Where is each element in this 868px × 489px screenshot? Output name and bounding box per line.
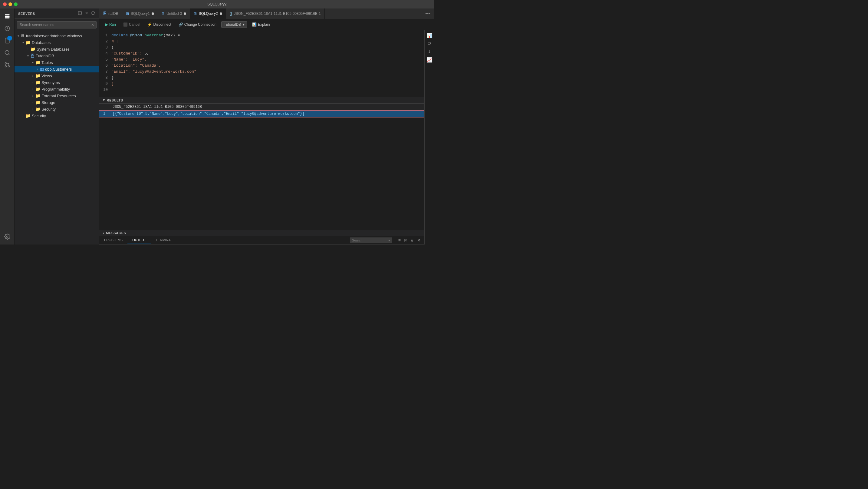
- tree-tables[interactable]: ▾ 📁 Tables: [14, 59, 99, 66]
- tree-storage[interactable]: › 📁 Storage: [14, 99, 99, 106]
- activity-search[interactable]: [2, 47, 13, 58]
- tab-untitled3[interactable]: ⊞ Untitled-3: [158, 8, 190, 19]
- copy-icon[interactable]: ⎘: [403, 237, 408, 243]
- tree-programmability[interactable]: › 📁 Programmability: [14, 86, 99, 92]
- close-button[interactable]: [3, 2, 7, 6]
- tree-system-databases[interactable]: › 📁 System Databases: [14, 46, 99, 52]
- sidebar-title: SERVERS: [18, 12, 35, 16]
- messages-tabs: PROBLEMS OUTPUT TERMINAL ▾: [99, 236, 424, 244]
- tab-problems[interactable]: PROBLEMS: [99, 236, 127, 244]
- system-db-label: System Databases: [37, 47, 70, 52]
- tree-security-server[interactable]: › 📁 Security: [14, 112, 99, 119]
- sidebar-toolbar: [78, 11, 95, 16]
- disconnect-button[interactable]: ⚡ Disconnect: [145, 22, 174, 28]
- databases-chevron-icon: ▾: [21, 41, 25, 44]
- security-server-chevron-icon: ›: [21, 114, 25, 118]
- minimize-button[interactable]: [8, 2, 12, 6]
- svg-point-8: [5, 66, 6, 67]
- tab-untitled3-dot: [184, 12, 186, 15]
- tab-terminal[interactable]: TERMINAL: [151, 236, 177, 244]
- filter-icon[interactable]: ≡: [397, 237, 402, 243]
- ext-chevron-icon: ›: [30, 94, 35, 97]
- close-panel-icon[interactable]: ✕: [416, 237, 422, 243]
- views-folder-icon: 📁: [35, 73, 40, 78]
- search-input[interactable]: [17, 21, 97, 28]
- change-connection-button[interactable]: 🔗 Change Connection: [176, 22, 219, 28]
- tree-dbo-customers[interactable]: › ▦ dbo.Customers: [14, 66, 99, 73]
- editor-toolbar: ▶ Run ⬛ Cancel ⚡ Disconnect 🔗 Change Con…: [99, 19, 434, 30]
- result-row[interactable]: 1 [{"CustomerID":5,"Name":"Lucy","Locati…: [99, 111, 424, 118]
- tutorialdb-chevron-icon: ▾: [25, 54, 30, 58]
- chart-bar-icon[interactable]: 📊: [427, 32, 433, 38]
- tab-json[interactable]: {} JSON_F52E2B61-18A1-11d1-B105-00805F49…: [226, 8, 325, 19]
- prog-folder-icon: 📁: [35, 87, 40, 91]
- activity-files[interactable]: 3: [2, 35, 13, 46]
- tab-untitled3-label: Untitled-3: [166, 11, 182, 16]
- tree-tutorialdb[interactable]: ▾ 🗄 TutorialDB: [14, 52, 99, 59]
- messages-chevron-icon: ›: [103, 231, 104, 235]
- search-clear-icon[interactable]: ✕: [91, 23, 94, 27]
- download-icon[interactable]: ⤓: [427, 49, 431, 55]
- messages-toolbar: ▾ ≡ ⎘ ∧ ✕: [347, 236, 424, 244]
- activity-git[interactable]: [2, 59, 13, 70]
- svg-rect-0: [5, 14, 9, 15]
- tab-rialdb[interactable]: 🗄 rialDB: [99, 8, 122, 19]
- activity-bar: 3: [0, 8, 14, 244]
- traffic-lights: [3, 2, 18, 6]
- connection-dropdown[interactable]: TutorialDB ▾: [221, 21, 247, 28]
- databases-label: Databases: [32, 40, 51, 45]
- explain-button[interactable]: 📊 Explain: [250, 22, 272, 28]
- tab-sqlquery1[interactable]: ⊞ SQLQuery1: [122, 8, 158, 19]
- results-table: JSON_F52E2B61-18A1-11d1-B105-00805F49916…: [99, 104, 424, 118]
- cancel-button[interactable]: ⬛ Cancel: [121, 22, 143, 28]
- security-db-label: Security: [41, 107, 56, 112]
- activity-history[interactable]: [2, 23, 13, 34]
- tab-sqlquery2[interactable]: ⊞ SQLQuery2: [190, 8, 226, 19]
- tab-more-button[interactable]: •••: [422, 8, 434, 19]
- tree-server[interactable]: ▾ 🖥 tutorialserver.database.windows....: [14, 32, 99, 39]
- messages-search-input[interactable]: [352, 238, 388, 242]
- tab-sql2-icon: ⊞: [162, 11, 165, 16]
- code-editor[interactable]: 12345 678910 declare @json nvarchar(max)…: [99, 30, 424, 97]
- disconnect-toolbar-icon: ⚡: [147, 22, 152, 27]
- code-content[interactable]: declare @json nvarchar(max) = N'[ { "Cus…: [112, 32, 424, 94]
- activity-servers[interactable]: [2, 11, 13, 22]
- tab-sqlquery2-label: SQLQuery2: [198, 11, 218, 16]
- tree-security-db[interactable]: › 📁 Security: [14, 106, 99, 112]
- new-connection-icon[interactable]: [78, 11, 82, 16]
- tree-synonyms[interactable]: › 📁 Synonyms: [14, 79, 99, 86]
- messages-toolbar-buttons: ≡ ⎘ ∧ ✕: [397, 237, 422, 243]
- messages-header[interactable]: › MESSAGES: [99, 230, 424, 236]
- svg-point-7: [5, 63, 6, 64]
- results-header[interactable]: ▾ RESULTS: [99, 97, 424, 104]
- disconnect-icon[interactable]: [85, 11, 89, 16]
- refresh-icon[interactable]: [91, 11, 95, 16]
- tree-external-resources[interactable]: › 📁 External Resources: [14, 92, 99, 99]
- run-button[interactable]: ▶ Run: [103, 22, 118, 28]
- activity-settings[interactable]: [2, 231, 13, 242]
- customers-table-icon: ▦: [40, 67, 44, 71]
- tree-views[interactable]: › 📁 Views: [14, 73, 99, 79]
- editor-container: 12345 678910 declare @json nvarchar(max)…: [99, 30, 434, 244]
- system-db-folder-icon: 📁: [30, 47, 35, 52]
- server-label: tutorialserver.database.windows....: [26, 34, 86, 38]
- tab-sql3-icon: ⊞: [194, 11, 197, 16]
- visualize-icon[interactable]: 📈: [427, 57, 433, 63]
- ext-label: External Resources: [41, 94, 76, 98]
- scroll-up-icon[interactable]: ∧: [409, 237, 415, 243]
- maximize-button[interactable]: [14, 2, 18, 6]
- sidebar-header: SERVERS: [14, 8, 99, 19]
- explain-icon: 📊: [252, 22, 257, 27]
- row-num-header: [99, 104, 109, 111]
- refresh-results-icon[interactable]: ↺: [427, 40, 431, 46]
- results-body[interactable]: JSON_F52E2B61-18A1-11d1-B105-00805F49916…: [99, 104, 424, 230]
- ext-folder-icon: 📁: [35, 93, 40, 98]
- editor-area: 🗄 rialDB ⊞ SQLQuery1 ⊞ Untitled-3 ⊞ SQLQ…: [99, 8, 434, 244]
- tutorialdb-label: TutorialDB: [36, 54, 54, 58]
- server-chevron-icon: ▾: [16, 34, 21, 37]
- tab-rialdb-label: rialDB: [108, 11, 118, 16]
- change-connection-icon: 🔗: [179, 22, 183, 27]
- tree-databases[interactable]: ▾ 📁 Databases: [14, 39, 99, 46]
- tab-output[interactable]: OUTPUT: [127, 236, 151, 244]
- tab-bar: 🗄 rialDB ⊞ SQLQuery1 ⊞ Untitled-3 ⊞ SQLQ…: [99, 8, 434, 19]
